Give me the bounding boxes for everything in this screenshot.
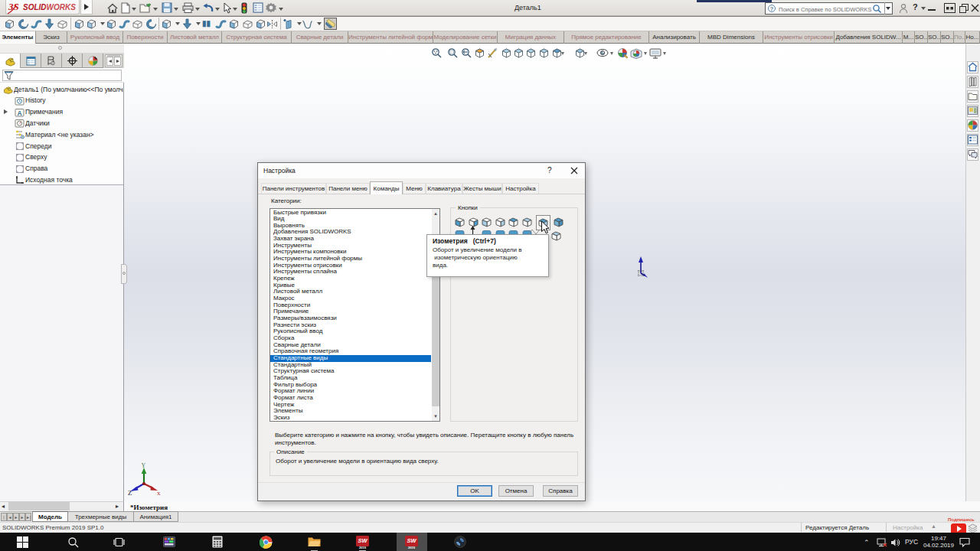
svg-text:A: A (18, 109, 22, 116)
svg-text:Z: Z (128, 489, 132, 495)
svg-text:x: x (157, 489, 161, 495)
svg-text:Y: Y (142, 462, 146, 469)
